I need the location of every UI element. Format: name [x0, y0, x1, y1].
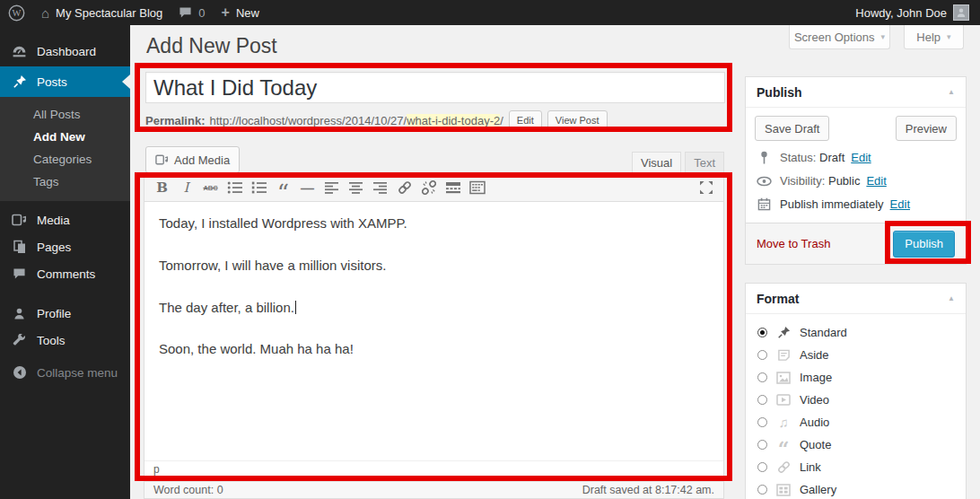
view-post-button[interactable]: View Post [547, 110, 608, 130]
draft-saved-status: Draft saved at 8:17:42 am. [582, 484, 714, 496]
posts-submenu: All Posts Add New Categories Tags [0, 97, 130, 201]
collapse-icon [11, 365, 28, 380]
radio-button[interactable] [757, 372, 767, 382]
format-option-image[interactable]: Image [757, 366, 966, 389]
align-center-button[interactable] [344, 177, 368, 198]
permalink-base: http://localhost/wordpress/2014/10/27/ [209, 114, 407, 127]
bullet-list-button[interactable] [223, 177, 247, 198]
paragraph-text: The day after, a billion. [159, 300, 294, 315]
publish-metabox: Publish ▲ Save Draft Preview Status: Dra… [745, 76, 967, 265]
insert-more-tag-button[interactable] [441, 177, 465, 198]
horizontal-rule-button[interactable]: — [295, 177, 319, 198]
comments-menu[interactable]: 0 [171, 0, 213, 25]
sidebar-item-comments[interactable]: Comments [0, 260, 130, 287]
comment-bubble-icon [179, 6, 192, 19]
strikethrough-button[interactable]: ABC [198, 177, 223, 198]
screen-options-button[interactable]: Screen Options ▾ [789, 25, 890, 49]
radio-button[interactable] [757, 328, 767, 337]
video-icon [775, 394, 792, 406]
publish-button[interactable]: Publish [893, 231, 955, 258]
numbered-list-button[interactable] [247, 177, 271, 198]
new-content-menu[interactable]: + New [214, 0, 267, 25]
pushpin-icon [775, 326, 792, 339]
post-title-input[interactable] [145, 72, 725, 103]
radio-button[interactable] [757, 395, 767, 405]
editor-content-area[interactable]: Today, I installed Wordpress with XAMPP.… [144, 202, 723, 393]
avatar [953, 4, 969, 21]
link-button[interactable] [392, 177, 416, 198]
my-account-menu[interactable]: Howdy, John Doe [847, 4, 969, 21]
screen-options-label: Screen Options [794, 31, 875, 44]
format-box-title: Format [757, 292, 799, 306]
sidebar-item-pages[interactable]: Pages [0, 233, 130, 260]
sidebar-item-tools[interactable]: Tools [0, 327, 130, 354]
collapse-handle-icon[interactable]: ▲ [948, 294, 955, 302]
sidebar-item-media[interactable]: Media [0, 206, 130, 233]
format-option-quote[interactable]: “ Quote [757, 433, 966, 456]
save-draft-button[interactable]: Save Draft [755, 116, 829, 141]
format-option-audio[interactable]: ♫ Audio [757, 411, 966, 433]
tab-text[interactable]: Text [685, 152, 724, 174]
format-label: Aside [800, 348, 829, 362]
wordpress-logo-icon: W [8, 4, 25, 22]
page-title: Add New Post [146, 34, 277, 58]
aside-icon [775, 349, 792, 362]
format-label: Link [800, 460, 821, 474]
chevron-down-icon: ▾ [881, 32, 886, 41]
blockquote-button[interactable]: “ [271, 171, 295, 204]
editor-mode-tabs: Visual Text [632, 152, 724, 174]
unlink-button[interactable] [416, 177, 441, 198]
radio-button[interactable] [757, 350, 767, 360]
format-box-header[interactable]: Format ▲ [746, 284, 966, 314]
word-count: Word count: 0 [153, 484, 223, 496]
submenu-categories[interactable]: Categories [0, 148, 130, 171]
comments-icon [11, 267, 28, 280]
radio-button[interactable] [757, 417, 767, 427]
align-left-button[interactable] [319, 177, 344, 198]
radio-button[interactable] [757, 462, 767, 472]
bold-button[interactable]: B [150, 177, 174, 198]
format-option-gallery[interactable]: Gallery [757, 478, 966, 499]
format-label: Quote [800, 438, 831, 451]
submenu-tags[interactable]: Tags [0, 171, 130, 193]
toolbar-toggle-button[interactable] [465, 177, 489, 198]
fullscreen-button[interactable] [694, 177, 718, 198]
format-option-aside[interactable]: Aside [757, 344, 966, 366]
sidebar-item-dashboard[interactable]: Dashboard [0, 36, 130, 66]
sidebar-item-posts[interactable]: Posts [0, 66, 130, 97]
word-count-label: Word count: [153, 484, 214, 496]
collapse-handle-icon[interactable]: ▲ [948, 88, 955, 96]
status-value: Draft [819, 151, 844, 164]
editor-paragraph: Soon, the world. Muah ha ha ha! [159, 339, 709, 359]
tab-visual[interactable]: Visual [632, 152, 681, 174]
paragraph-text: Today, I installed Wordpress with XAMPP. [159, 215, 407, 231]
radio-button[interactable] [757, 440, 767, 450]
publish-box-header[interactable]: Publish ▲ [746, 77, 966, 108]
edit-status-link[interactable]: Edit [851, 151, 871, 164]
help-button[interactable]: Help ▾ [904, 25, 964, 49]
sidebar-item-profile[interactable]: Profile [0, 300, 130, 327]
edit-visibility-link[interactable]: Edit [866, 174, 886, 188]
image-icon [775, 372, 792, 384]
permalink-slug[interactable]: what-i-did-today-2 [407, 114, 500, 127]
preview-button[interactable]: Preview [896, 116, 957, 141]
italic-button[interactable]: I [174, 177, 198, 198]
add-media-button[interactable]: Add Media [145, 146, 240, 173]
format-option-video[interactable]: Video [757, 389, 966, 411]
align-right-button[interactable] [368, 177, 392, 198]
sidebar-item-collapse-menu[interactable]: Collapse menu [0, 359, 130, 386]
radio-button[interactable] [757, 485, 767, 495]
submenu-all-posts[interactable]: All Posts [0, 103, 130, 126]
add-media-label: Add Media [174, 153, 230, 167]
format-label: Video [800, 393, 829, 407]
publish-box-title: Publish [757, 85, 802, 100]
add-media-icon [155, 153, 169, 166]
submenu-add-new[interactable]: Add New [0, 126, 130, 148]
edit-slug-button[interactable]: Edit [509, 110, 542, 130]
site-name-menu[interactable]: ⌂ My Spectacular Blog [33, 0, 171, 25]
edit-schedule-link[interactable]: Edit [890, 197, 910, 211]
wordpress-logo-menu[interactable]: W [0, 0, 33, 25]
move-to-trash-link[interactable]: Move to Trash [757, 237, 830, 250]
format-option-standard[interactable]: Standard [757, 321, 966, 344]
pages-icon [11, 240, 28, 254]
